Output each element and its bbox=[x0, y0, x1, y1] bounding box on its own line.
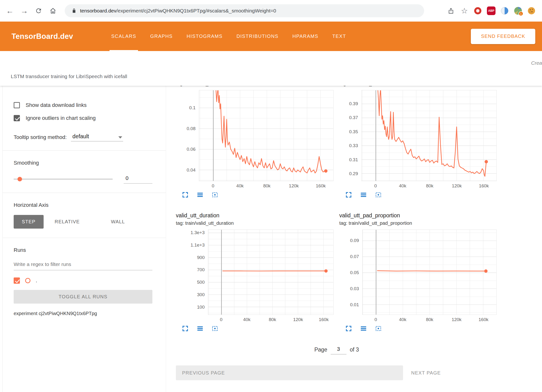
lines-icon bbox=[360, 325, 367, 332]
x-axis-tick: 80k bbox=[426, 183, 433, 189]
axis-step-button[interactable]: STEP bbox=[14, 215, 44, 229]
smoothing-label: Smoothing bbox=[14, 160, 152, 166]
send-feedback-button[interactable]: SEND FEEDBACK bbox=[471, 29, 535, 44]
x-axis-tick: 0 bbox=[212, 183, 214, 189]
page-count-label: of 3 bbox=[350, 346, 359, 354]
run-color-swatch bbox=[25, 278, 30, 283]
bookmark-star-button[interactable]: ☆ bbox=[460, 6, 469, 16]
runs-filter-input[interactable] bbox=[14, 260, 152, 270]
profile-avatar-icon[interactable]: 1 bbox=[513, 6, 523, 16]
runs-selector-button[interactable] bbox=[196, 191, 205, 199]
chart-tag: tag: train/valid_utt_pad_proportion bbox=[339, 220, 497, 228]
back-icon: ← bbox=[6, 6, 14, 15]
notification-badge: 1 bbox=[519, 11, 523, 16]
y-axis-tick: 0.37 bbox=[349, 115, 358, 120]
axis-wall-button[interactable]: WALL bbox=[103, 215, 133, 229]
chart-tag: tag: train/valid_utt_duration bbox=[176, 220, 334, 228]
chevron-down-icon bbox=[118, 136, 122, 138]
home-button[interactable] bbox=[47, 5, 58, 16]
run-checkbox[interactable] bbox=[14, 277, 20, 284]
x-axis-tick: 0 bbox=[375, 317, 377, 322]
star-icon: ☆ bbox=[461, 6, 468, 15]
y-axis-tick: 0.05 bbox=[350, 270, 359, 275]
nav-tabs: SCALARS GRAPHS HISTOGRAMS DISTRIBUTIONS … bbox=[104, 22, 353, 51]
tab-scalars[interactable]: SCALARS bbox=[104, 22, 143, 51]
expand-chart-button[interactable] bbox=[345, 191, 353, 199]
share-button[interactable] bbox=[446, 6, 456, 16]
x-axis-tick: 120k bbox=[293, 317, 303, 322]
url-text: tensorboard.dev/experiment/cj2vtPiwQHKN9… bbox=[80, 8, 276, 14]
x-axis-tick: 120k bbox=[289, 183, 299, 189]
tab-distributions[interactable]: DISTRIBUTIONS bbox=[230, 22, 285, 51]
runs-selector-button[interactable] bbox=[360, 324, 368, 333]
tab-hparams[interactable]: HPARAMS bbox=[285, 22, 325, 51]
experiment-title: LSTM transducer training for LibriSpeech… bbox=[11, 74, 127, 79]
charts-panel: tag: train/valid_... 0.040.060.080.1 040… bbox=[166, 86, 542, 392]
y-axis-tick: 0.1 bbox=[189, 105, 196, 110]
scalar-chart-canvas[interactable]: 0.010.030.050.070.09 bbox=[339, 230, 497, 315]
chart-tag: tag: train/valid_... bbox=[339, 86, 497, 88]
smoothing-slider[interactable] bbox=[14, 176, 115, 182]
tooltip-sorting-label: Tooltip sorting method: bbox=[14, 134, 67, 141]
x-axis-tick: 160k bbox=[319, 317, 329, 322]
slider-thumb[interactable] bbox=[17, 177, 22, 181]
chart-card: valid_utt_duration tag: train/valid_utt_… bbox=[176, 212, 334, 333]
created-date-clipped: Crea bbox=[531, 60, 542, 66]
x-axis-tick: 40k bbox=[399, 317, 406, 322]
chart-toolbar bbox=[339, 324, 497, 333]
page-number-input[interactable] bbox=[331, 345, 346, 354]
app-logo: TensorBoard.dev bbox=[12, 32, 73, 41]
toggle-all-runs-button[interactable]: TOGGLE ALL RUNS bbox=[14, 290, 152, 304]
scalar-chart-canvas[interactable]: 1003005007009001.1e+31.3e+3 bbox=[176, 230, 334, 315]
y-axis-tick: 700 bbox=[197, 267, 205, 272]
fit-domain-button[interactable] bbox=[375, 324, 383, 333]
fit-domain-button[interactable] bbox=[211, 191, 219, 199]
expand-chart-button[interactable] bbox=[182, 191, 190, 199]
next-page-button[interactable]: NEXT PAGE bbox=[411, 370, 441, 376]
reload-button[interactable] bbox=[33, 5, 44, 16]
previous-page-button[interactable]: PREVIOUS PAGE bbox=[176, 365, 403, 380]
y-axis-tick: 0.01 bbox=[350, 302, 359, 307]
extension-pie-icon[interactable] bbox=[500, 6, 509, 16]
y-axis-tick: 0.39 bbox=[349, 101, 358, 106]
chart-title: valid_utt_duration bbox=[176, 212, 334, 220]
red-circle-icon bbox=[474, 7, 482, 15]
expand-chart-button[interactable] bbox=[182, 324, 190, 333]
y-axis-tick: 300 bbox=[197, 292, 205, 297]
x-axis-tick: 160k bbox=[479, 317, 488, 322]
axis-relative-button[interactable]: RELATIVE bbox=[46, 215, 88, 229]
share-icon bbox=[448, 7, 454, 14]
runs-label: Runs bbox=[14, 247, 152, 253]
fit-domain-button[interactable] bbox=[375, 191, 383, 199]
runs-selector-button[interactable] bbox=[360, 191, 368, 199]
scalar-chart-canvas[interactable]: 0.290.310.330.350.370.39 bbox=[339, 90, 497, 181]
forward-button[interactable]: → bbox=[19, 5, 30, 16]
y-axis-tick: 900 bbox=[197, 255, 205, 260]
y-axis-tick: 0.33 bbox=[349, 143, 358, 148]
cookie-icon[interactable] bbox=[527, 6, 536, 16]
address-bar[interactable]: tensorboard.dev/experiment/cj2vtPiwQHKN9… bbox=[65, 4, 424, 17]
tab-text[interactable]: TEXT bbox=[325, 22, 353, 51]
chart-card: tag: train/valid_... 0.290.310.330.350.3… bbox=[339, 86, 497, 199]
expand-chart-button[interactable] bbox=[345, 324, 353, 333]
cookie-circle-icon bbox=[527, 7, 536, 15]
adblock-plus-icon[interactable]: ABP bbox=[486, 6, 496, 16]
scalar-chart-canvas[interactable]: 0.040.060.080.1 bbox=[176, 90, 334, 181]
x-axis-tick: 120k bbox=[452, 183, 462, 189]
tab-histograms[interactable]: HISTOGRAMS bbox=[180, 22, 230, 51]
back-button[interactable]: ← bbox=[4, 5, 15, 16]
show-download-links-checkbox[interactable] bbox=[14, 102, 20, 108]
smoothing-value-input[interactable] bbox=[124, 174, 152, 184]
expand-icon bbox=[182, 191, 189, 198]
runs-selector-button[interactable] bbox=[196, 324, 205, 333]
chart-toolbar bbox=[176, 191, 334, 199]
tooltip-sorting-dropdown[interactable]: default bbox=[71, 133, 123, 141]
y-axis-tick: 0.09 bbox=[350, 238, 359, 243]
extension-red-icon[interactable] bbox=[473, 6, 483, 16]
fit-domain-button[interactable] bbox=[211, 324, 219, 333]
ignore-outliers-checkbox[interactable] bbox=[14, 115, 20, 121]
tab-graphs[interactable]: GRAPHS bbox=[143, 22, 180, 51]
fit-domain-icon bbox=[211, 325, 219, 332]
sidebar-divider bbox=[3, 238, 166, 238]
y-axis-tick: 1.3e+3 bbox=[190, 230, 205, 235]
